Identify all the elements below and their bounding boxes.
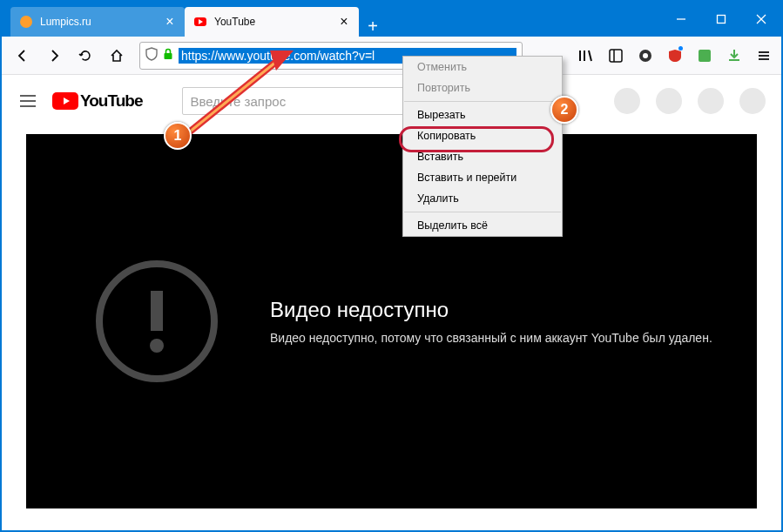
ctx-select-all[interactable]: Выделить всё bbox=[403, 215, 562, 236]
ctx-separator bbox=[404, 212, 561, 212]
svg-line-10 bbox=[589, 51, 591, 61]
window-controls bbox=[661, 2, 781, 37]
ext-icon-download[interactable] bbox=[724, 45, 745, 66]
back-button[interactable] bbox=[9, 42, 37, 70]
ctx-paste-and-go[interactable]: Вставить и перейти bbox=[403, 167, 562, 188]
youtube-header-placeholders bbox=[614, 88, 766, 114]
youtube-logo-text: YouTube bbox=[80, 91, 142, 111]
new-tab-button[interactable]: + bbox=[359, 17, 387, 37]
annotation-marker-2: 2 bbox=[550, 96, 578, 124]
error-title: Видео недоступно bbox=[270, 298, 712, 322]
svg-rect-11 bbox=[610, 50, 622, 62]
ctx-undo[interactable]: Отменить bbox=[403, 57, 562, 77]
favicon-lumpics bbox=[19, 15, 33, 29]
placeholder-circle bbox=[739, 88, 766, 114]
home-button[interactable] bbox=[103, 42, 131, 70]
error-subtitle: Видео недоступно, потому что связанный с… bbox=[270, 331, 712, 345]
error-exclamation-icon bbox=[96, 260, 218, 382]
maximize-button[interactable] bbox=[701, 5, 741, 33]
page-content: YouTube Введите запрос Видео недоступно … bbox=[3, 77, 780, 529]
toolbar-extensions bbox=[576, 45, 774, 66]
svg-point-14 bbox=[643, 53, 648, 58]
annotation-arrow bbox=[176, 49, 298, 145]
svg-point-23 bbox=[150, 339, 164, 353]
hamburger-menu-icon[interactable] bbox=[753, 45, 774, 66]
placeholder-circle bbox=[614, 88, 640, 114]
ext-icon-ublock[interactable] bbox=[665, 45, 685, 66]
library-icon[interactable] bbox=[576, 45, 597, 66]
minimize-button[interactable] bbox=[661, 5, 701, 33]
tab-title: YouTube bbox=[214, 16, 331, 28]
close-tab-icon[interactable]: × bbox=[338, 16, 350, 28]
placeholder-circle bbox=[698, 88, 724, 114]
svg-rect-7 bbox=[165, 53, 172, 59]
error-message: Видео недоступно Видео недоступно, потом… bbox=[270, 298, 712, 345]
youtube-header: YouTube Введите запрос bbox=[3, 77, 780, 125]
svg-rect-15 bbox=[699, 50, 711, 62]
ctx-redo[interactable]: Повторить bbox=[403, 77, 562, 98]
tab-youtube[interactable]: YouTube × bbox=[185, 7, 359, 37]
placeholder-circle bbox=[656, 88, 682, 114]
youtube-logo[interactable]: YouTube bbox=[52, 91, 142, 111]
favicon-youtube bbox=[193, 15, 207, 29]
close-window-button[interactable] bbox=[741, 5, 781, 33]
ext-icon-2[interactable] bbox=[694, 45, 715, 66]
navigation-toolbar: https://www.youtube.com/watch?v=l bbox=[2, 37, 781, 75]
window-titlebar: Lumpics.ru × YouTube × + bbox=[2, 2, 781, 37]
svg-rect-4 bbox=[718, 16, 726, 24]
reload-button[interactable] bbox=[71, 42, 99, 70]
ctx-delete[interactable]: Удалить bbox=[403, 188, 562, 209]
youtube-menu-icon[interactable] bbox=[17, 91, 38, 111]
ctx-separator bbox=[404, 101, 561, 102]
tab-title: Lumpics.ru bbox=[40, 16, 157, 28]
youtube-logo-icon bbox=[52, 92, 78, 110]
tab-strip: Lumpics.ru × YouTube × + bbox=[2, 2, 661, 37]
tracking-shield-icon[interactable] bbox=[145, 47, 158, 64]
svg-rect-22 bbox=[151, 291, 163, 331]
context-menu: Отменить Повторить Вырезать Копировать В… bbox=[402, 56, 563, 237]
ctx-cut[interactable]: Вырезать bbox=[403, 104, 562, 125]
ctx-paste[interactable]: Вставить bbox=[403, 146, 562, 167]
tab-lumpics[interactable]: Lumpics.ru × bbox=[10, 7, 185, 37]
lock-icon[interactable] bbox=[163, 48, 173, 63]
annotation-marker-1: 1 bbox=[164, 122, 192, 150]
svg-point-0 bbox=[20, 16, 32, 28]
forward-button[interactable] bbox=[40, 42, 68, 70]
close-tab-icon[interactable]: × bbox=[164, 16, 176, 28]
video-player-area: Видео недоступно Видео недоступно, потом… bbox=[26, 134, 757, 508]
sidebar-icon[interactable] bbox=[605, 45, 626, 66]
svg-line-25 bbox=[185, 62, 276, 136]
ext-icon-1[interactable] bbox=[635, 45, 656, 66]
ctx-copy[interactable]: Копировать bbox=[403, 125, 562, 146]
